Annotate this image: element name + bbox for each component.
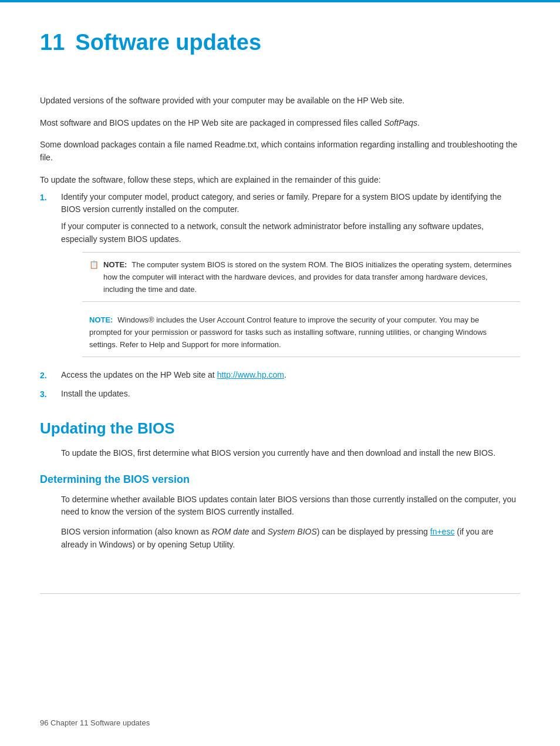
fn-esc-link[interactable]: fn+esc <box>430 527 455 536</box>
note-line-1: 📋 NOTE: The computer system BIOS is stor… <box>89 258 513 295</box>
intro-para-4: To update the software, follow these ste… <box>40 174 520 187</box>
subsection-heading-determining: Determining the BIOS version <box>40 472 520 488</box>
intro-para-1: Updated versions of the software provide… <box>40 95 520 107</box>
step-3-number: 3. <box>40 388 61 401</box>
hp-link[interactable]: http://www.hp.com <box>217 370 284 379</box>
step-1-text: Identify your computer model, product ca… <box>61 192 501 214</box>
determining-para-2: BIOS version information (also known as … <box>61 526 520 551</box>
content-area: 11Software updates Updated versions of t… <box>0 2 560 593</box>
note-1-label: NOTE: <box>103 260 127 269</box>
step-1-number: 1. <box>40 191 61 204</box>
section-heading-updating-bios: Updating the BIOS <box>40 417 520 440</box>
page: 11Software updates Updated versions of t… <box>0 0 560 746</box>
note-icon-1: 📋 <box>89 259 100 271</box>
note-box-2: NOTE: Windows® includes the User Account… <box>82 308 520 357</box>
step-3-text: Install the updates. <box>61 389 130 398</box>
chapter-title: 11Software updates <box>40 26 520 59</box>
step-1-sub: If your computer is connected to a netwo… <box>61 220 520 246</box>
note-2-label: NOTE: <box>89 315 113 324</box>
footer-text: 96 Chapter 11 Software updates <box>40 718 150 727</box>
footer-rule <box>40 593 520 594</box>
note-2-text: Windows® includes the User Account Contr… <box>89 315 487 349</box>
chapter-number: 11 <box>40 30 65 55</box>
step-2-number: 2. <box>40 369 61 382</box>
updating-bios-para: To update the BIOS, first determine what… <box>61 447 520 460</box>
step-2-text-after: . <box>284 370 286 379</box>
intro-para-3: Some download packages contain a file na… <box>40 139 520 164</box>
steps-list: 1. Identify your computer model, product… <box>40 191 520 400</box>
step-3: 3. Install the updates. <box>40 388 520 401</box>
step-2: 2. Access the updates on the HP Web site… <box>40 369 520 382</box>
intro-para-2: Most software and BIOS updates on the HP… <box>40 117 520 130</box>
step-2-content: Access the updates on the HP Web site at… <box>61 369 520 381</box>
note-box-1: 📋 NOTE: The computer system BIOS is stor… <box>82 252 520 302</box>
chapter-title-text: Software updates <box>75 30 261 55</box>
determining-bios-content: To determine whether available BIOS upda… <box>61 493 520 552</box>
note-1-body: NOTE: The computer system BIOS is stored… <box>103 258 513 295</box>
footer: 96 Chapter 11 Software updates <box>40 717 150 729</box>
determining-para-1: To determine whether available BIOS upda… <box>61 493 520 519</box>
step-3-content: Install the updates. <box>61 388 520 400</box>
updating-bios-intro: To update the BIOS, first determine what… <box>61 447 520 460</box>
step-1-content: Identify your computer model, product ca… <box>61 191 520 362</box>
note-1-text: The computer system BIOS is stored on th… <box>103 260 511 294</box>
step-2-text-before: Access the updates on the HP Web site at <box>61 370 217 379</box>
step-1: 1. Identify your computer model, product… <box>40 191 520 362</box>
